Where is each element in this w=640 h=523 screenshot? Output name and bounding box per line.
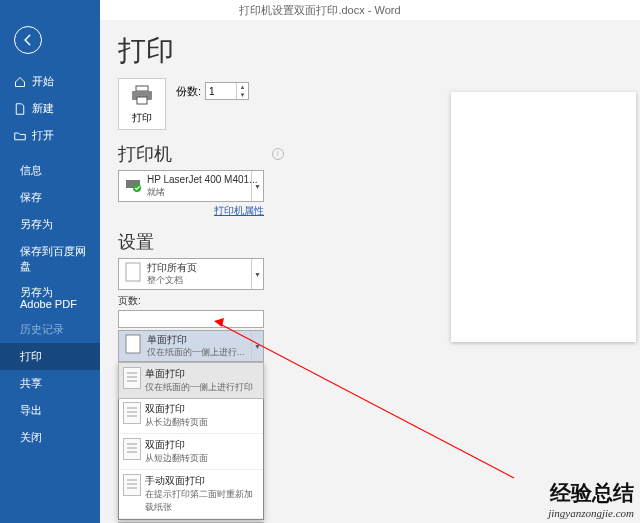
printer-combo[interactable]: HP LaserJet 400 M401... 就绪 ▼ — [118, 170, 264, 202]
folder-open-icon — [14, 130, 26, 142]
svg-rect-2 — [137, 97, 147, 104]
spinner-down-icon[interactable]: ▼ — [237, 91, 248, 99]
chevron-down-icon: ▼ — [251, 171, 263, 201]
watermark-en: jingyanzongjie.com — [548, 507, 634, 519]
nav-save-label: 保存 — [20, 190, 42, 205]
nav-close-label: 关闭 — [20, 430, 42, 445]
nav-savecloud-label: 保存到百度网盘 — [20, 244, 86, 274]
opt3-sub: 在提示打印第二面时重新加载纸张 — [145, 488, 259, 514]
nav-export[interactable]: 导出 — [0, 397, 100, 424]
nav-history[interactable]: 历史记录 — [0, 316, 100, 343]
backstage-sidebar: 开始 新建 打开 信息 保存 另存为 保存到百度网盘 另存为 Adobe PDF… — [0, 0, 100, 523]
svg-rect-0 — [136, 86, 148, 91]
duplex-dropdown: 单面打印仅在纸面的一侧上进行打印 双面打印从长边翻转页面 双面打印从短边翻转页面… — [118, 362, 264, 520]
pages-input[interactable] — [118, 310, 264, 328]
nav-share[interactable]: 共享 — [0, 370, 100, 397]
nav-savepdf-label: 另存为 Adobe PDF — [20, 286, 86, 310]
print-scope-combo[interactable]: 打印所有页 整个文档 ▼ — [118, 258, 264, 290]
nav-info-label: 信息 — [20, 163, 42, 178]
opt2-sub: 从短边翻转页面 — [145, 452, 259, 465]
nav-new-label: 新建 — [32, 101, 54, 116]
duplex-sub: 仅在纸面的一侧上进行... — [147, 346, 259, 358]
nav-new[interactable]: 新建 — [0, 95, 100, 122]
opt2-main: 双面打印 — [145, 438, 259, 452]
page-manual-icon — [123, 474, 141, 496]
chevron-down-icon: ▼ — [251, 259, 263, 289]
nav-saveas[interactable]: 另存为 — [0, 211, 100, 238]
nav-save[interactable]: 保存 — [0, 184, 100, 211]
nav-close[interactable]: 关闭 — [0, 424, 100, 451]
opt0-sub: 仅在纸面的一侧上进行打印 — [145, 381, 259, 394]
page-duplex-long-icon — [123, 402, 141, 424]
nav-home-label: 开始 — [32, 74, 54, 89]
page-title: 打印 — [118, 32, 640, 70]
spinner-up-icon[interactable]: ▲ — [237, 83, 248, 91]
opt1-sub: 从长边翻转页面 — [145, 416, 259, 429]
opt1-main: 双面打印 — [145, 402, 259, 416]
svg-rect-5 — [126, 263, 140, 281]
nav-export-label: 导出 — [20, 403, 42, 418]
print-preview — [451, 92, 636, 342]
svg-line-10 — [220, 324, 514, 478]
document-icon — [123, 262, 143, 282]
nav-saveas-label: 另存为 — [20, 217, 53, 232]
nav-info[interactable]: 信息 — [0, 157, 100, 184]
nav-open[interactable]: 打开 — [0, 122, 100, 149]
watermark-cn: 经验总结 — [548, 479, 634, 507]
page-duplex-short-icon — [123, 438, 141, 460]
printer-properties-link[interactable]: 打印机属性 — [118, 204, 264, 218]
nav-print[interactable]: 打印 — [0, 343, 100, 370]
nav-print-label: 打印 — [20, 349, 42, 364]
svg-rect-6 — [126, 335, 140, 353]
duplex-option-single[interactable]: 单面打印仅在纸面的一侧上进行打印 — [118, 362, 264, 399]
scope-main: 打印所有页 — [147, 262, 259, 274]
nav-home[interactable]: 开始 — [0, 68, 100, 95]
printer-icon — [130, 85, 154, 105]
printer-status-icon — [123, 174, 143, 194]
duplex-option-manual[interactable]: 手动双面打印在提示打印第二面时重新加载纸张 — [119, 470, 263, 519]
nav-savecloud[interactable]: 保存到百度网盘 — [0, 238, 100, 280]
copies-spinner[interactable]: 1 ▲▼ — [205, 82, 249, 100]
print-panel: 打印 打印 份数: 1 ▲▼ 打印机 i HP LaserJet 400 M40… — [100, 20, 640, 523]
page-single-icon — [123, 334, 143, 354]
opt0-main: 单面打印 — [145, 367, 259, 381]
duplex-combo[interactable]: 单面打印 仅在纸面的一侧上进行... ▼ — [118, 330, 264, 362]
file-icon — [14, 103, 26, 115]
copies-row: 份数: 1 ▲▼ — [176, 82, 249, 100]
arrow-left-icon — [21, 33, 35, 47]
info-icon[interactable]: i — [272, 148, 284, 160]
nav-share-label: 共享 — [20, 376, 42, 391]
duplex-main: 单面打印 — [147, 334, 259, 346]
print-button-label: 打印 — [119, 111, 165, 125]
watermark: 经验总结 jingyanzongjie.com — [548, 479, 634, 519]
home-icon — [14, 76, 26, 88]
copies-value: 1 — [209, 86, 215, 97]
svg-point-4 — [133, 184, 141, 192]
duplex-option-short-edge[interactable]: 双面打印从短边翻转页面 — [119, 434, 263, 470]
nav-savepdf[interactable]: 另存为 Adobe PDF — [0, 280, 100, 316]
opt3-main: 手动双面打印 — [145, 474, 259, 488]
printer-status: 就绪 — [147, 186, 259, 198]
scope-sub: 整个文档 — [147, 274, 259, 286]
page-single-icon — [123, 367, 141, 389]
copies-label: 份数: — [176, 84, 201, 99]
print-button[interactable]: 打印 — [118, 78, 166, 130]
nav-open-label: 打开 — [32, 128, 54, 143]
duplex-option-long-edge[interactable]: 双面打印从长边翻转页面 — [119, 398, 263, 434]
chevron-down-icon: ▼ — [251, 331, 263, 361]
printer-name: HP LaserJet 400 M401... — [147, 174, 259, 186]
nav-history-label: 历史记录 — [20, 322, 64, 337]
back-button[interactable] — [14, 26, 42, 54]
